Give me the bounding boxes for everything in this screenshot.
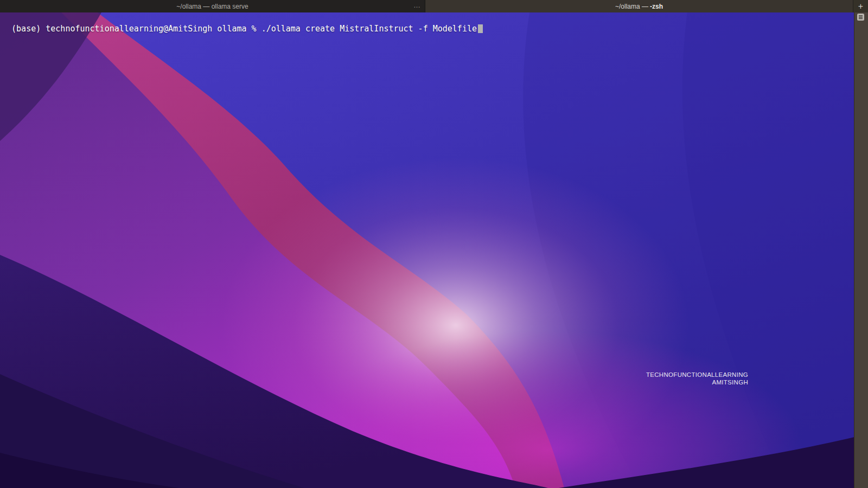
new-tab-button[interactable]: + — [853, 0, 868, 12]
terminal-cursor — [478, 24, 483, 33]
tab-terminal-zsh[interactable]: ~/ollama — -zsh — [425, 0, 853, 12]
tab-title-path: ~/ollama — — [615, 3, 648, 10]
tab-overflow-ellipsis-icon: … — [413, 3, 421, 8]
tab-title-process: -zsh — [650, 3, 663, 10]
terminal-content[interactable] — [0, 12, 854, 488]
shell-prompt: (base) technofunctionallearning@AmitSing… — [11, 24, 257, 34]
watermark-line1: TECHNOFUNCTIONALLEARNING — [646, 371, 748, 378]
watermark: TECHNOFUNCTIONALLEARNING AMITSINGH — [646, 371, 748, 386]
scrollbar-gutter[interactable] — [854, 12, 868, 488]
tab-bar: ~/ollama — ollama serve … ~/ollama — -zs… — [0, 0, 868, 12]
terminal-prompt-line: (base) technofunctionallearning@AmitSing… — [2, 14, 483, 34]
watermark-line2: AMITSINGH — [646, 378, 748, 386]
typed-command: ./ollama create MistralInstruct -f Model… — [257, 24, 477, 34]
plus-icon: + — [858, 2, 863, 11]
scrollback-list-icon[interactable] — [857, 14, 864, 21]
tab-title: ~/ollama — ollama serve — [176, 3, 248, 10]
tab-terminal-ollama-serve[interactable]: ~/ollama — ollama serve … — [0, 0, 425, 12]
